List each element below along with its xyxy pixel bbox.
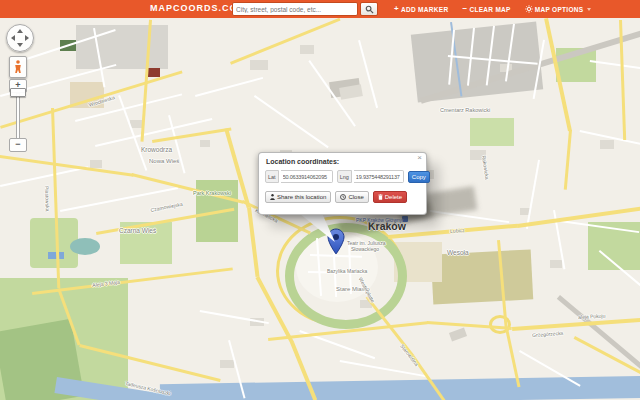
map-area (250, 60, 268, 70)
header-bar: MAPCOORDS.COM + ADD MARKER − CLEAR MAP (0, 0, 640, 18)
map-label: Czarnowiejska (150, 201, 183, 213)
map-road (254, 95, 329, 148)
pan-down-arrow-icon[interactable] (17, 43, 23, 47)
zoom-slider-handle[interactable] (10, 88, 26, 97)
map-area (220, 360, 234, 368)
map-label: Cmentarz Rakowicki (440, 107, 490, 113)
map-area (550, 260, 562, 268)
clock-icon (340, 194, 346, 200)
popup-title: Location coordinates: (266, 158, 339, 165)
map-road (358, 40, 378, 108)
search-box (232, 2, 378, 16)
map-road (248, 207, 260, 277)
map-label: Bazylika Mariacka (327, 268, 367, 274)
share-label: Share this location (277, 194, 326, 200)
map-road (512, 318, 640, 331)
copy-button[interactable]: Copy (408, 171, 430, 183)
person-icon (270, 194, 275, 200)
add-marker-label: ADD MARKER (401, 6, 448, 13)
close-label: Close (348, 194, 363, 200)
map-label: Wesoła (447, 249, 469, 256)
map-label: aleja Pokoju (578, 313, 606, 320)
minus-icon: − (462, 5, 467, 13)
pan-up-arrow-icon[interactable] (17, 29, 23, 33)
map-road (590, 60, 640, 72)
delete-label: Delete (385, 194, 402, 200)
map-label: Park Krakowski (193, 190, 231, 196)
map-road (564, 130, 572, 190)
header-actions: + ADD MARKER − CLEAR MAP MAP OPTIONS (394, 0, 591, 18)
map-label: Piastowska (44, 186, 51, 211)
map-area (90, 160, 102, 168)
lng-label: Lng (337, 170, 352, 183)
map-label: Nowa Wieś (149, 158, 179, 164)
plus-icon: + (394, 5, 399, 13)
map-area (449, 328, 467, 342)
map-label: Krowodrza (141, 146, 172, 153)
street-view-pegman[interactable] (9, 56, 27, 78)
zoom-slider-track[interactable] (16, 93, 20, 139)
popup-buttons-row: Share this location Close Delete (265, 191, 407, 203)
lat-input[interactable] (281, 170, 333, 183)
map-road (0, 155, 134, 177)
map-options-label: MAP OPTIONS (535, 6, 584, 13)
close-icon[interactable]: × (417, 154, 422, 162)
map-area (76, 25, 168, 69)
pegman-icon (14, 60, 22, 74)
map-area (200, 140, 210, 147)
map-area (431, 249, 533, 304)
map-area (300, 45, 314, 54)
chevron-down-icon (587, 8, 591, 11)
clear-map-label: CLEAR MAP (469, 6, 510, 13)
search-input[interactable] (232, 2, 358, 16)
lng-input[interactable] (354, 170, 404, 183)
map-road (526, 160, 540, 229)
map-area (339, 84, 363, 100)
map-label: Grzegórzecka (532, 330, 563, 338)
location-popup: × Location coordinates: Lat Lng Copy Sha… (258, 152, 427, 215)
map-area (600, 140, 614, 149)
map-area (70, 238, 100, 255)
map-label: Starowiślna (399, 343, 420, 367)
trash-icon (378, 194, 383, 200)
map-road (230, 18, 341, 65)
delete-button[interactable]: Delete (373, 191, 407, 203)
search-button[interactable] (360, 2, 378, 16)
share-location-button[interactable]: Share this location (265, 191, 331, 203)
map-area (470, 118, 514, 146)
map-ring-road (285, 223, 407, 329)
map-label: Rakowicka (481, 155, 490, 180)
lat-label: Lat (265, 170, 279, 183)
map-label: Lubicz (450, 227, 465, 234)
close-button[interactable]: Close (335, 191, 368, 203)
add-marker-button[interactable]: + ADD MARKER (394, 5, 448, 13)
map-area (148, 68, 160, 77)
clear-map-button[interactable]: − CLEAR MAP (462, 5, 510, 13)
coordinates-row: Lat Lng Copy (265, 170, 430, 183)
map-label: Czarna Wieś (119, 227, 156, 234)
map-road (0, 166, 88, 187)
pan-left-arrow-icon[interactable] (11, 35, 15, 41)
map-road (195, 77, 263, 97)
map-road (557, 295, 640, 373)
pan-right-arrow-icon[interactable] (25, 35, 29, 41)
map-options-button[interactable]: MAP OPTIONS (525, 5, 592, 13)
pan-control[interactable] (6, 24, 34, 52)
map-label: Słowackiego (351, 246, 379, 252)
zoom-out-button[interactable]: − (9, 138, 27, 152)
gear-icon (525, 5, 533, 13)
search-icon (365, 5, 374, 14)
